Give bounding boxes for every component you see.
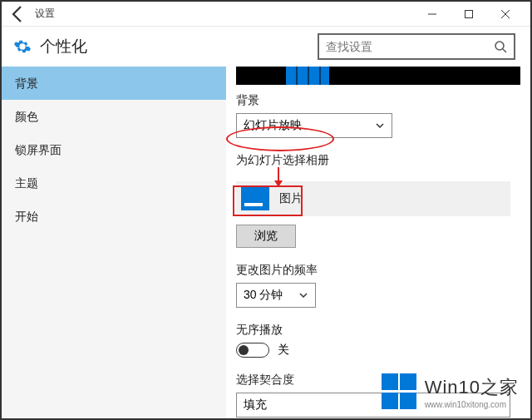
search-icon [494,40,507,53]
close-button[interactable] [487,2,524,27]
search-box[interactable] [318,33,515,60]
sidebar-item-lockscreen[interactable]: 锁屏界面 [2,133,226,166]
preview-strip [236,67,520,85]
shuffle-toggle[interactable] [236,343,269,358]
gear-icon [13,37,32,56]
sidebar-item-background[interactable]: 背景 [2,67,226,100]
album-label: 为幻灯片选择相册 [236,153,520,168]
album-name: 图片 [279,191,303,206]
background-label: 背景 [236,93,520,108]
fit-label: 选择契合度 [236,373,520,388]
background-dropdown-value: 幻灯片放映 [244,118,302,133]
maximize-button[interactable] [451,2,487,27]
minimize-button[interactable] [414,2,451,27]
svg-rect-1 [466,10,473,17]
titlebar: 设置 [2,2,530,27]
shuffle-state: 关 [278,343,289,358]
background-dropdown[interactable]: 幻灯片放映 [236,113,392,138]
frequency-label: 更改图片的频率 [236,263,520,278]
album-row[interactable]: 图片 [236,181,510,216]
header: 个性化 [2,27,530,67]
shuffle-label: 无序播放 [236,323,520,338]
fit-dropdown[interactable]: 填充 [236,393,510,418]
body: 背景 颜色 锁屏界面 主题 开始 背景 幻灯片放映 为幻灯片选择相册 图片 浏览… [2,67,530,418]
chevron-down-icon [298,290,308,300]
chevron-down-icon [375,121,385,131]
window-title: 设置 [35,7,55,21]
sidebar-item-start[interactable]: 开始 [2,200,226,233]
page-title: 个性化 [40,36,318,57]
sidebar-item-themes[interactable]: 主题 [2,166,226,200]
svg-line-5 [503,49,506,52]
svg-point-4 [495,42,504,50]
sidebar: 背景 颜色 锁屏界面 主题 开始 [2,67,226,418]
window-controls [414,2,524,27]
folder-icon [241,187,269,210]
sidebar-item-colors[interactable]: 颜色 [2,100,226,133]
frequency-value: 30 分钟 [244,288,283,303]
fit-value: 填充 [244,398,267,413]
back-button[interactable] [8,4,28,24]
search-input[interactable] [326,40,494,53]
browse-button[interactable]: 浏览 [236,225,296,248]
content: 背景 幻灯片放映 为幻灯片选择相册 图片 浏览 更改图片的频率 30 分钟 无序… [226,67,530,418]
frequency-dropdown[interactable]: 30 分钟 [236,283,316,308]
